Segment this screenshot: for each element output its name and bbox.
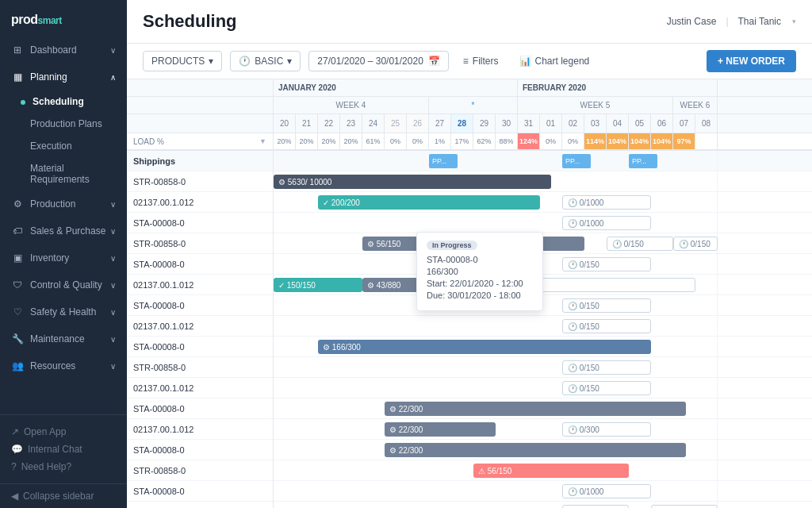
row-label-02137-2: 02137.00.1.012 (127, 275, 273, 295)
load-1: 1% (429, 133, 451, 149)
bar-02137-3[interactable]: 🕐 0/150 (562, 319, 651, 333)
clock-icon: 🕐 (239, 56, 251, 67)
sidebar-item-label: Production (30, 198, 75, 210)
filters-button[interactable]: ≡ Filters (457, 52, 505, 71)
tooltip-start: Start: 22/01/2020 - 12:00 (427, 279, 533, 288)
bar-str-2d[interactable]: 🕐 0/150 (673, 237, 718, 251)
calendar-icon: 📅 (428, 56, 440, 67)
bar-pp-jan[interactable]: PP... (429, 154, 458, 168)
sta-5-cells: ⚙ 22/300 (274, 398, 718, 418)
sidebar-item-label: Planning (30, 71, 67, 83)
sidebar-item-control-quality[interactable]: 🛡 Control & Quality ∨ (0, 271, 127, 298)
bar-str-5a[interactable]: 🕐 0/1000 (562, 505, 629, 508)
bar-str-2c[interactable]: 🕐 0/150 (607, 237, 673, 251)
load-20-3: 20% (318, 133, 340, 149)
day-04: 04 (607, 114, 629, 133)
subitem-label: Material Requirements (30, 163, 90, 185)
load-0-3: 0% (540, 133, 562, 149)
bar-02137-2c[interactable] (540, 278, 695, 292)
sidebar-item-inventory[interactable]: ▣ Inventory ∨ (0, 244, 127, 271)
workspace-caret[interactable]: ▾ (792, 17, 796, 25)
bar-sta-7[interactable]: 🕐 0/1000 (562, 484, 651, 498)
week-header-row: WEEK 4 * WEEK 5 WEEK 6 (274, 97, 812, 114)
bar-pp-feb2[interactable]: PP... (629, 154, 657, 168)
sidebar-item-maintenance[interactable]: 🔧 Maintenance ∨ (0, 325, 127, 352)
str-4-cells: ⚠ 56/150 (274, 460, 718, 480)
bar-02137-5a[interactable]: ⚙ 22/300 (385, 422, 496, 437)
bar-str-4-red[interactable]: ⚠ 56/150 (473, 464, 629, 478)
tooltip-value: 166/300 (427, 267, 533, 276)
gantt-row-str-1: ⚙ 5630/ 10000 (274, 171, 812, 192)
sidebar-item-resources[interactable]: 👥 Resources ∨ (0, 352, 127, 379)
gantt-row-shippings: PP... PP... PP... (274, 151, 812, 171)
view-mode-button[interactable]: 🕐 BASIC ▾ (230, 51, 301, 71)
products-button[interactable]: PRODUCTS ▾ (143, 51, 222, 71)
02137-4-cells: 🕐 0/150 (274, 378, 718, 398)
bar-sta-4[interactable]: ⚙ 166/300 (318, 340, 651, 354)
week-header-left (127, 97, 273, 114)
gantt-chart: LOAD % ▼ Shippings STR-00858-0 02137.00.… (127, 79, 812, 508)
bar-str-1[interactable]: ⚙ 5630/ 10000 (274, 175, 551, 189)
week-5: WEEK 5 (518, 97, 673, 114)
wrench-icon: 🔧 (11, 333, 24, 345)
topbar: Scheduling Justin Case | Thai Tanic ▾ (127, 0, 812, 44)
bar-sta-3[interactable]: 🕐 0/150 (562, 298, 651, 313)
view-mode-label: BASIC (255, 56, 283, 67)
row-label-sta-00008-0-6: STA-00008-0 (127, 440, 273, 460)
bar-02137-2a[interactable]: ✓ 150/150 (274, 278, 362, 292)
bar-sta-2[interactable]: 🕐 0/150 (562, 257, 651, 271)
sidebar-item-sales-purchase[interactable]: 🏷 Sales & Purchase ∨ (0, 217, 127, 244)
load-104-3: 104% (651, 133, 673, 149)
sidebar-subitem-execution[interactable]: Execution (0, 135, 127, 157)
need-help-link[interactable]: ? Need Help? (11, 458, 116, 475)
sta-7-cells: 🕐 0/1000 (274, 481, 718, 501)
row-label-sta-00008-0-3: STA-00008-0 (127, 295, 273, 316)
tooltip-due: Due: 30/01/2020 - 18:00 (427, 291, 533, 300)
sidebar-item-dashboard[interactable]: ⊞ Dashboard ∨ (0, 37, 127, 64)
sidebar-subitem-production-plans[interactable]: Production Plans (0, 113, 127, 135)
bar-sta-5[interactable]: ⚙ 22/300 (385, 402, 686, 416)
chevron-down-icon: ∨ (110, 254, 116, 263)
row-label-str-00858-0-2: STR-00858-0 (127, 233, 273, 254)
sidebar-item-safety-health[interactable]: ♡ Safety & Health ∨ (0, 298, 127, 325)
sidebar-item-production[interactable]: ⚙ Production ∨ (0, 190, 127, 217)
str-5-cells: 🕐 0/1000 🕐 0/1000 (274, 502, 718, 508)
week-star-1: * (429, 97, 518, 114)
date-range-text: 27/01/2020 – 30/01/2020 (317, 56, 423, 67)
bar-02137-1b[interactable]: 🕐 0/1000 (562, 195, 651, 210)
chevron-down-icon: ∨ (110, 227, 116, 236)
load-sort-icon[interactable]: ▼ (259, 137, 266, 145)
row-label-02137-3: 02137.00.1.012 (127, 316, 273, 337)
load-62: 62% (473, 133, 496, 149)
sidebar-item-label: Maintenance (30, 333, 85, 344)
02137-1-cells: ✓ 200/200 🕐 0/1000 (274, 192, 718, 212)
logo: prodsmart (0, 0, 127, 37)
collapse-sidebar-button[interactable]: ◀ Collapse sidebar (0, 483, 127, 508)
bar-sta-6[interactable]: ⚙ 22/300 (385, 443, 686, 457)
day-25: 25 (385, 114, 407, 133)
bar-pp-feb1[interactable]: PP... (562, 154, 591, 168)
internal-chat-link[interactable]: 💬 Internal Chat (11, 441, 116, 458)
tag-icon: 🏷 (11, 225, 24, 237)
active-indicator (21, 100, 25, 105)
bar-sta-1[interactable]: 🕐 0/1000 (562, 216, 651, 230)
chart-legend-button[interactable]: 📊 Chart legend (513, 52, 596, 71)
bar-02137-5b[interactable]: 🕐 0/300 (562, 422, 651, 437)
date-range-picker[interactable]: 27/01/2020 – 30/01/2020 📅 (308, 51, 448, 71)
bar-str-5b[interactable]: 🕐 0/1000 (651, 505, 718, 508)
load-88: 88% (496, 133, 518, 149)
load-17: 17% (451, 133, 473, 149)
load-0-1: 0% (385, 133, 407, 149)
sidebar-subitem-scheduling[interactable]: Scheduling (0, 90, 127, 113)
week-6-partial: WEEK 6 (673, 97, 718, 114)
sidebar-subitem-material-requirements[interactable]: Material Requirements (0, 157, 127, 190)
sidebar-item-planning[interactable]: ▦ Planning ∧ (0, 64, 127, 90)
open-app-link[interactable]: ↗ Open App (11, 423, 116, 441)
subitem-label: Execution (30, 140, 72, 152)
bar-str-3[interactable]: 🕐 0/150 (562, 360, 651, 375)
workspace-name: Thai Tanic (738, 16, 781, 27)
bar-02137-4[interactable]: 🕐 0/150 (562, 381, 651, 395)
new-order-button[interactable]: + NEW ORDER (707, 50, 796, 72)
bar-02137-1[interactable]: ✓ 200/200 (318, 195, 540, 210)
separator: | (726, 16, 728, 27)
